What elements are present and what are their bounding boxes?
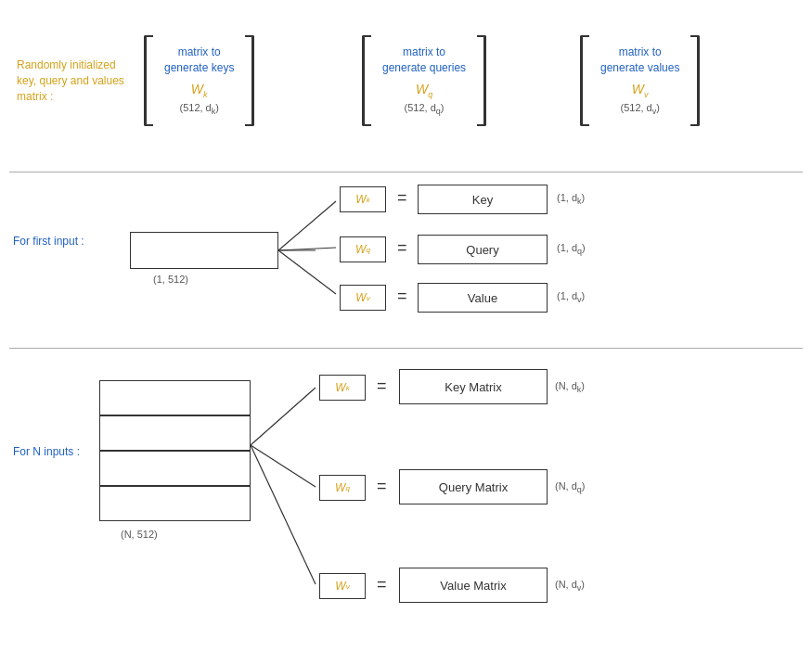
query-dim: (1, dq) xyxy=(557,242,586,256)
section1-top-matrices: Randomly initialized key, query and valu… xyxy=(0,19,812,176)
wk-symbol: Wk xyxy=(191,82,208,99)
n-input-box-2 xyxy=(99,415,251,451)
wv-matrix-box: matrix togenerate values Wv (512, dv) xyxy=(580,35,700,129)
wq-matrix-box: matrix togenerate queries Wq (512, dq) xyxy=(362,35,486,129)
section3-n-inputs: For N inputs : (N, 512) Wk Wq Wv = = = K… xyxy=(0,362,812,658)
page: Randomly initialized key, query and valu… xyxy=(0,0,812,664)
init-label: Randomly initialized key, query and valu… xyxy=(17,57,128,104)
svg-line-5 xyxy=(251,445,316,487)
section2-first-input: For first input : (1, 512) Wk Wq Wv = = … xyxy=(0,181,812,343)
wk-weight-box: Wk xyxy=(340,186,386,212)
value-matrix-box: Value Matrix xyxy=(399,568,548,603)
svg-line-3 xyxy=(278,250,336,294)
n-value-dim: (N, dv) xyxy=(555,579,585,593)
first-input-dim: (1, 512) xyxy=(153,274,188,285)
wv-symbol: Wv xyxy=(632,82,649,99)
eq2: = xyxy=(397,238,407,258)
n-key-dim: (N, dk) xyxy=(555,380,585,394)
wq-desc: matrix togenerate queries xyxy=(382,45,466,76)
for-n-inputs-label: For N inputs : xyxy=(13,445,80,458)
n-wq-weight-box: Wq xyxy=(319,475,366,501)
n-input-box-3 xyxy=(99,451,251,486)
wq-symbol: Wq xyxy=(416,82,432,99)
svg-line-1 xyxy=(278,201,336,250)
key-matrix-box: Key Matrix xyxy=(399,369,548,404)
n-input-dim: (N, 512) xyxy=(121,529,158,540)
n-query-dim: (N, dq) xyxy=(555,480,586,494)
svg-line-4 xyxy=(251,388,316,445)
key-dim: (1, dk) xyxy=(557,192,585,206)
svg-line-2 xyxy=(278,248,336,250)
for-first-input-label: For first input : xyxy=(13,235,84,248)
wq-dim: (512, dq) xyxy=(405,102,445,116)
divider-1 xyxy=(9,172,803,172)
n-eq2: = xyxy=(377,477,387,496)
wk-desc: matrix togenerate keys xyxy=(164,45,234,76)
n-eq1: = xyxy=(377,377,387,396)
wk-matrix-box: matrix togenerate keys Wk (512, dk) xyxy=(144,35,254,129)
wv-desc: matrix togenerate values xyxy=(600,45,679,76)
eq3: = xyxy=(397,287,407,306)
wv-dim: (512, dv) xyxy=(620,102,659,116)
wv-weight-box: Wv xyxy=(340,285,386,311)
n-input-box-1 xyxy=(99,380,251,415)
n-eq3: = xyxy=(377,575,387,594)
n-wk-weight-box: Wk xyxy=(319,375,366,401)
n-wv-weight-box: Wv xyxy=(319,573,366,599)
divider-2 xyxy=(9,348,803,349)
first-input-box xyxy=(130,232,278,269)
key-result-box: Key xyxy=(418,185,548,214)
wk-dim: (512, dk) xyxy=(179,102,218,116)
query-result-box: Query xyxy=(418,235,548,264)
wq-weight-box: Wq xyxy=(340,236,386,262)
value-result-box: Value xyxy=(418,283,548,313)
svg-line-6 xyxy=(251,445,316,584)
value-dim: (1, dv) xyxy=(557,290,585,304)
query-matrix-box: Query Matrix xyxy=(399,469,548,504)
n-input-box-4 xyxy=(99,486,251,521)
eq1: = xyxy=(397,188,407,208)
